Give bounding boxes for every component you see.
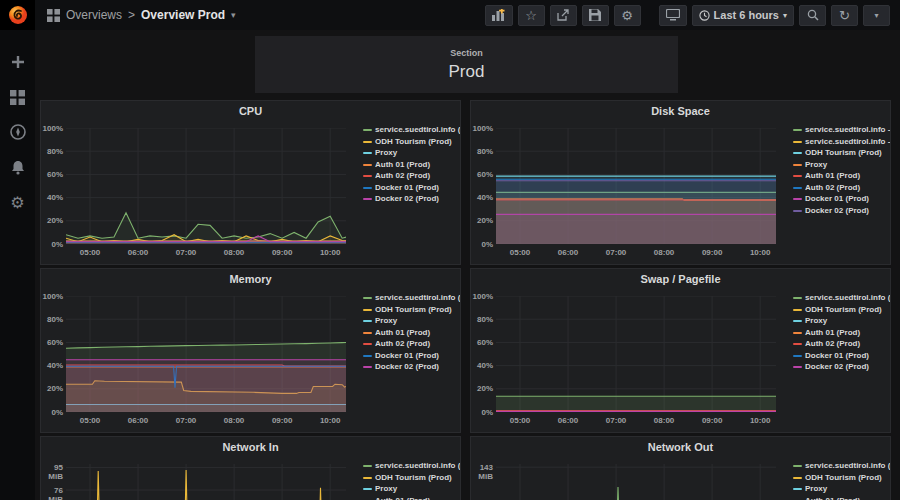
- y-tick-label: 95 MiB: [41, 463, 63, 481]
- panel-title[interactable]: Network Out: [471, 441, 890, 453]
- chevron-down-icon[interactable]: ▾: [231, 10, 236, 20]
- save-button[interactable]: [582, 5, 609, 26]
- legend-item[interactable]: service.suedtirol.info - E: (Prod): [793, 137, 891, 148]
- breadcrumb-folder[interactable]: Overviews: [66, 8, 122, 22]
- add-panel-button[interactable]: [485, 5, 513, 26]
- legend-item[interactable]: Auth 02 (Prod): [363, 171, 430, 182]
- chart-legend: service.suedtirol.info (Prod)ODH Tourism…: [363, 125, 460, 205]
- legend-series-color-icon: [363, 297, 372, 299]
- legend-item[interactable]: Auth 02 (Prod): [363, 339, 430, 350]
- chart-plot[interactable]: [66, 128, 346, 244]
- legend-item[interactable]: Docker 02 (Prod): [363, 362, 439, 373]
- y-tick-label: 0%: [41, 240, 63, 249]
- legend-item[interactable]: Proxy: [793, 160, 827, 171]
- legend-item[interactable]: Proxy: [793, 484, 827, 495]
- legend-item[interactable]: service.suedtirol.info (Prod): [793, 293, 891, 304]
- legend-series-name: Auth 01 (Prod): [805, 171, 860, 182]
- zoom-out-button[interactable]: [799, 5, 826, 26]
- legend-item[interactable]: Docker 02 (Prod): [793, 362, 869, 373]
- sidebar-item-configuration[interactable]: ⚙: [8, 192, 28, 212]
- time-range-picker[interactable]: Last 6 hours ▾: [692, 5, 794, 26]
- legend-item[interactable]: Docker 02 (Prod): [793, 206, 869, 217]
- legend-item[interactable]: Auth 02 (Prod): [793, 339, 860, 350]
- legend-series-color-icon: [363, 164, 372, 166]
- sidebar-item-alerting[interactable]: [8, 157, 28, 177]
- share-button[interactable]: [550, 5, 577, 26]
- legend-series-color-icon: [363, 488, 372, 490]
- chart-plot[interactable]: [496, 128, 776, 244]
- legend-item[interactable]: Docker 01 (Prod): [793, 351, 869, 362]
- y-tick-label: 40%: [41, 361, 63, 370]
- legend-series-name: Docker 01 (Prod): [805, 351, 869, 362]
- legend-item[interactable]: service.suedtirol.info - C: (Prod): [793, 125, 891, 136]
- panel-title[interactable]: Network In: [41, 441, 460, 453]
- legend-item[interactable]: ODH Tourism (Prod): [363, 473, 452, 484]
- chart-plot[interactable]: [66, 296, 346, 412]
- gear-icon: ⚙: [10, 193, 24, 212]
- legend-series-color-icon: [363, 355, 372, 357]
- legend-item[interactable]: service.suedtirol.info (Prod): [793, 461, 891, 472]
- legend-item[interactable]: service.suedtirol.info (Prod): [363, 461, 461, 472]
- x-tick-label: 09:00: [266, 416, 298, 425]
- legend-item[interactable]: Docker 02 (Prod): [363, 194, 439, 205]
- chart-plot[interactable]: [66, 464, 346, 500]
- y-tick-label: 80%: [41, 147, 63, 156]
- grafana-logo[interactable]: [0, 0, 35, 30]
- legend-series-name: service.suedtirol.info - E: (Prod): [805, 137, 891, 148]
- panel-title[interactable]: CPU: [41, 105, 460, 117]
- x-tick-label: 08:00: [648, 248, 680, 257]
- settings-button[interactable]: ⚙: [614, 5, 641, 26]
- breadcrumb: Overviews > Overview Prod ▾: [47, 8, 236, 22]
- share-icon: [557, 9, 569, 21]
- refresh-button[interactable]: ↻: [831, 5, 858, 26]
- variable-value-dropdown[interactable]: Prod: [449, 62, 485, 82]
- bell-icon: [11, 160, 25, 175]
- legend-item[interactable]: Docker 01 (Prod): [363, 351, 439, 362]
- panel-title[interactable]: Swap / Pagefile: [471, 273, 890, 285]
- legend-item[interactable]: Auth 01 (Prod): [793, 328, 860, 339]
- panel-memory: Memory 0%20%40%60%80%100% 05:0006:0007:0…: [40, 268, 461, 433]
- breadcrumb-page[interactable]: Overview Prod: [141, 8, 225, 22]
- legend-item[interactable]: Proxy: [363, 148, 397, 159]
- chart-legend: service.suedtirol.info (Prod)ODH Tourism…: [793, 461, 890, 500]
- legend-item[interactable]: ODH Tourism (Prod): [363, 305, 452, 316]
- legend-series-color-icon: [363, 343, 372, 345]
- legend-item[interactable]: Proxy: [793, 316, 827, 327]
- legend-item[interactable]: Auth 01 (Prod): [363, 160, 430, 171]
- legend-item[interactable]: ODH Tourism (Prod): [793, 305, 882, 316]
- legend-series-name: Docker 02 (Prod): [375, 194, 439, 205]
- legend-item[interactable]: Auth 01 (Prod): [793, 496, 860, 500]
- legend-series-name: ODH Tourism (Prod): [375, 305, 452, 316]
- chart-legend: service.suedtirol.info - C: (Prod)servic…: [793, 125, 890, 216]
- x-tick-label: 08:00: [648, 416, 680, 425]
- panel-title[interactable]: Disk Space: [471, 105, 890, 117]
- legend-item[interactable]: Docker 01 (Prod): [363, 183, 439, 194]
- legend-item[interactable]: Proxy: [363, 316, 397, 327]
- star-icon: ☆: [525, 9, 537, 22]
- legend-series-name: Auth 01 (Prod): [375, 496, 430, 500]
- legend-item[interactable]: service.suedtirol.info (Prod): [363, 125, 461, 136]
- cycle-view-button[interactable]: [659, 5, 687, 26]
- chart-plot[interactable]: [496, 296, 776, 412]
- sidebar-item-explore[interactable]: [8, 122, 28, 142]
- legend-item[interactable]: Auth 01 (Prod): [363, 328, 430, 339]
- legend-item[interactable]: ODH Tourism (Prod): [793, 473, 882, 484]
- sidebar-item-dashboards[interactable]: [8, 87, 28, 107]
- legend-series-color-icon: [363, 152, 372, 154]
- legend-item[interactable]: ODH Tourism (Prod): [793, 148, 882, 159]
- legend-item[interactable]: Docker 01 (Prod): [793, 194, 869, 205]
- legend-series-color-icon: [793, 332, 802, 334]
- legend-item[interactable]: Auth 02 (Prod): [793, 183, 860, 194]
- refresh-icon: ↻: [839, 9, 850, 22]
- legend-item[interactable]: Auth 01 (Prod): [793, 171, 860, 182]
- panel-title[interactable]: Memory: [41, 273, 460, 285]
- legend-item[interactable]: Auth 01 (Prod): [363, 496, 430, 500]
- favorite-button[interactable]: ☆: [518, 5, 545, 26]
- legend-series-color-icon: [793, 343, 802, 345]
- sidebar-item-create[interactable]: [8, 52, 28, 72]
- legend-item[interactable]: ODH Tourism (Prod): [363, 137, 452, 148]
- refresh-interval-dropdown[interactable]: ▾: [863, 5, 890, 26]
- legend-item[interactable]: service.suedtirol.info (Prod): [363, 293, 461, 304]
- legend-item[interactable]: Proxy: [363, 484, 397, 495]
- chart-plot[interactable]: [496, 464, 776, 500]
